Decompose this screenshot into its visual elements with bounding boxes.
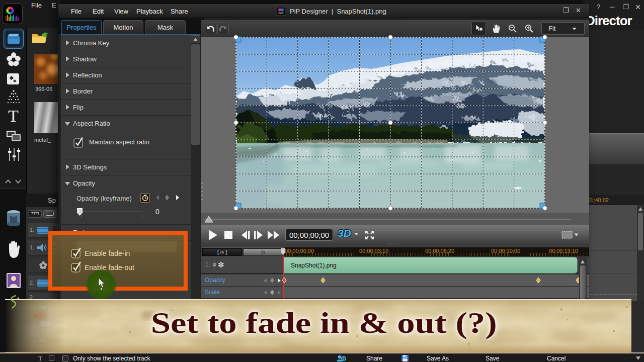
svg-text:✱: ✱ xyxy=(13,79,17,83)
